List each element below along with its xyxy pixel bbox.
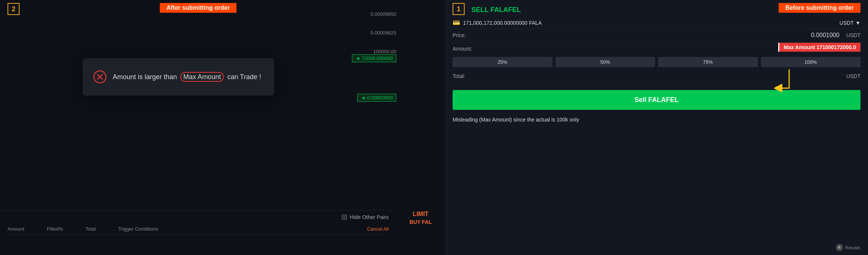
amount-row: Amount: FALAFEL Max Amount 171000172000.… <box>445 44 868 54</box>
cancel-all-button[interactable]: Cancel All <box>367 226 389 232</box>
price-label-3: 100000.00 <box>373 49 396 54</box>
total-row: Total: USDT <box>445 70 868 82</box>
max-amount-badge: Max Amount 171000172000.0 <box>778 43 860 52</box>
price-input[interactable] <box>483 32 839 39</box>
misleading-text: Misleading (Max Amount) since the actual… <box>453 117 579 123</box>
limit-label: LIMIT <box>413 211 429 218</box>
error-dialog: Amount is larger than Max Amount can Tra… <box>83 58 274 96</box>
revain-icon: R <box>836 244 843 251</box>
error-message: Amount is larger than Max Amount can Tra… <box>113 73 261 81</box>
bottom-left: Hide Other Pairs Amount Filled% Total Tr… <box>0 210 396 255</box>
panel-number-right: 1 <box>453 3 465 15</box>
balance-info: 💳 171,000,172,000.00000000 FALA <box>453 19 542 26</box>
col-total: Total <box>85 226 95 232</box>
balance-row: 💳 171,000,172,000.00000000 FALA USDT ▼ <box>445 17 868 29</box>
pct-25-button[interactable]: 25% <box>453 57 553 67</box>
col-filled: Filled% <box>47 226 63 232</box>
error-icon <box>93 70 107 84</box>
chart-area: 0.00009850 0.00009825 100000.00 72000.00… <box>0 0 396 210</box>
wallet-icon: 💳 <box>453 19 460 26</box>
balance-value: 171,000,172,000.00000000 FALA <box>463 20 542 26</box>
price-label-1: 0.00009850 <box>370 11 396 17</box>
price-tag-green-1: 72000.000000 <box>352 54 396 62</box>
buy-fal-label: BUY FAL <box>409 219 432 225</box>
total-currency: USDT <box>846 73 860 79</box>
price-currency: USDT <box>846 32 860 38</box>
revain-label: Revain <box>845 245 860 250</box>
total-label: Total: <box>453 73 479 79</box>
max-amount-highlight: Max Amount <box>180 72 224 82</box>
pct-50-button[interactable]: 50% <box>556 57 655 67</box>
currency-label: USDT <box>839 20 854 26</box>
price-row: Price: USDT <box>445 29 868 42</box>
col-amount: Amount <box>8 226 24 232</box>
hide-pairs-label: Hide Other Pairs <box>350 214 389 220</box>
misleading-note: Misleading (Max Amount) since the actual… <box>445 114 868 126</box>
col-trigger: Trigger Conditions <box>118 226 158 232</box>
middle-panel: LIMIT BUY FAL <box>396 0 445 255</box>
currency-selector[interactable]: USDT ▼ <box>839 20 860 26</box>
sell-falafel-button[interactable]: Sell FALAFEL <box>453 90 860 110</box>
hide-pairs-checkbox[interactable] <box>342 214 347 220</box>
currency-arrow: ▼ <box>855 20 860 26</box>
before-submitting-label: Before submitting order <box>779 3 860 13</box>
left-panel: 2 After submitting order 0.00009850 0.00… <box>0 0 396 255</box>
pct-row: 25% 50% 75% 100% <box>445 54 868 70</box>
right-panel: 1 Before submitting order SELL FALAFEL 💳… <box>445 0 868 255</box>
price-label: Price: <box>453 32 479 38</box>
revain-badge: R Revain <box>836 244 860 251</box>
table-header: Amount Filled% Total Trigger Conditions … <box>8 224 389 234</box>
amount-label: Amount: <box>453 46 479 52</box>
pct-75-button[interactable]: 75% <box>658 57 758 67</box>
hide-pairs-row: Hide Other Pairs <box>8 214 389 220</box>
price-tag-green-2: 0.00000000 <box>357 94 396 102</box>
yellow-arrow <box>774 66 797 105</box>
price-label-2: 0.00009825 <box>370 30 396 36</box>
